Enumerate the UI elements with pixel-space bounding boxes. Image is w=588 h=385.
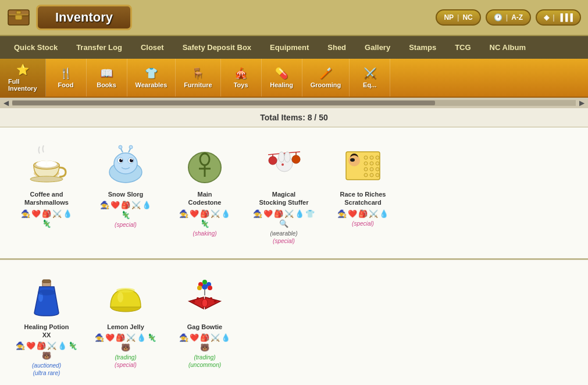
chest-icon [7,5,30,30]
svg-point-9 [47,161,54,166]
nav-stamps[interactable]: Stamps [400,36,446,59]
svg-point-51 [364,173,368,177]
water-icon: 💧 [295,209,304,218]
nav-transfer-log[interactable]: Transfer Log [67,36,131,59]
tab-full-inventory[interactable]: ⭐ FullInventory [0,59,46,97]
item-section-2: Healing PotionXX 🧙 ❤️ 🎒 ⚔️ 💧 🦎 🐻 (auctio… [0,260,588,385]
water-icon: 💧 [221,209,230,218]
item-image-stocking [261,141,307,188]
lizard-icon: 🦎 [68,341,77,350]
svg-point-60 [116,288,135,293]
bag-icon: 🎒 [37,341,46,350]
item-status-jelly: (special) [115,362,137,368]
scroll-track[interactable] [12,100,576,106]
svg-rect-4 [9,14,28,16]
grooming-icon: 🪥 [319,67,332,80]
item-name-potion: Healing PotionXX [24,323,69,340]
scroll-thumb [12,101,435,105]
item-healing-potion[interactable]: Healing PotionXX 🧙 ❤️ 🎒 ⚔️ 💧 🦎 🐻 (auctio… [9,269,84,382]
heart-icon: ❤️ [111,201,120,209]
wizard-icon: 🧙 [179,333,188,342]
tab-books[interactable]: 📖 Books [87,59,127,97]
item-image-coffee [23,141,70,188]
history-az-button[interactable]: 🕐 | A-Z [486,9,531,26]
item-name-slorg: Snow Slorg [108,190,144,198]
svg-point-46 [370,162,373,165]
item-image-scratchcard [340,141,386,188]
bag-icon: 🎒 [42,209,51,218]
svg-point-16 [130,159,133,162]
nav-closet[interactable]: Closet [131,36,173,59]
bag-icon: 🎒 [200,209,209,218]
history-icon: 🕐 [494,13,503,22]
wizard-icon: 🧙 [21,209,30,218]
nav-quick-stock[interactable]: Quick Stock [5,36,67,59]
tab-toys[interactable]: 🎪 Toys [221,59,262,97]
item-snow-slorg[interactable]: Snow Slorg 🧙 ❤️ 🎒 ⚔️ 💧 🦎 (special) [88,137,163,249]
tab-wearables[interactable]: 👕 Wearables [127,59,176,97]
svg-point-59 [117,292,123,302]
tab-equipment[interactable]: ⚔️ Eq... [350,59,390,97]
scroll-left[interactable]: ◀ [0,98,12,108]
nav-nc-album[interactable]: NC Album [480,36,535,59]
item-auctioned-potion: (auctioned) [32,362,61,369]
svg-point-20 [119,145,122,149]
item-image-slorg [102,141,149,188]
item-action-icons2-bowtie: 🐻 [200,343,209,352]
svg-point-49 [370,167,373,171]
item-status-potion: (ultra rare) [33,370,60,376]
heart-icon: ❤️ [26,341,35,350]
tab-furniture[interactable]: 🪑 Furniture [176,59,220,97]
item-main-codestone[interactable]: MainCodestone 🧙 ❤️ 🎒 ⚔️ 💧 🦎 (shaking) [168,137,242,249]
furniture-icon: 🪑 [191,67,204,80]
bag-icon: 🎒 [121,201,130,209]
nav-bar: Quick Stock Transfer Log Closet Safety D… [0,36,588,59]
item-coffee-marshmallows[interactable]: Coffee and Marshmallows 🧙 ❤️ 🎒 ⚔️ 💧 🦎 [9,137,84,249]
tab-food[interactable]: 🍴 Food [46,59,87,97]
layers-button[interactable]: ◈ | ▐▐▐ [536,9,581,26]
item-race-riches[interactable]: Race to RichesScratchcard 🧙 ❤️ 🎒 ⚔️ 💧 (s… [326,137,400,249]
food-icon: 🍴 [59,67,72,80]
layers-icon: ◈ [544,13,549,22]
item-status-bowtie: (uncommon) [188,362,221,368]
svg-point-48 [364,167,368,171]
item-gag-bowtie[interactable]: Gag Bowtie 🧙 ❤️ 🎒 ⚔️ 💧 🐻 (trading) (unco… [168,269,242,382]
tab-healing[interactable]: 💊 Healing [262,59,302,97]
item-action-icons-stocking: 🧙 ❤️ 🎒 ⚔️ 💧 👕 [253,209,315,218]
item-grid-1: Coffee and Marshmallows 🧙 ❤️ 🎒 ⚔️ 💧 🦎 [9,137,579,249]
item-action-icons-jelly: 🧙 ❤️ 🎒 ⚔️ 💧 🦎 [95,333,156,342]
item-image-bowtie [181,274,228,320]
svg-rect-57 [42,280,51,283]
sword-icon: ⚔️ [47,341,56,350]
item-action-icons2-jelly: 🐻 [121,343,130,352]
nav-shed[interactable]: Shed [318,36,355,59]
item-image-potion [23,274,70,320]
svg-point-45 [364,162,368,165]
wizard-icon: 🧙 [337,209,347,218]
sword-icon: ⚔️ [211,209,220,218]
bag-icon: 🎒 [358,209,368,218]
svg-point-33 [292,155,300,163]
wearable-icon: 👕 [305,209,315,218]
item-action-icons2-codestone: 🦎 [200,219,209,228]
sword-icon: ⚔️ [52,209,62,218]
item-name-coffee: Coffee and Marshmallows [24,190,69,207]
sword-icon: ⚔️ [131,201,141,209]
nav-equipment[interactable]: Equipment [261,36,318,59]
bag-icon: 🎒 [274,209,283,218]
item-action-icons-slorg: 🧙 ❤️ 🎒 ⚔️ 💧 [100,201,151,209]
item-lemon-jelly[interactable]: Lemon Jelly 🧙 ❤️ 🎒 ⚔️ 💧 🦎 🐻 (trading) (s… [88,269,163,382]
sword-icon: ⚔️ [284,209,294,218]
lizard-icon: 🦎 [42,219,51,228]
nav-tcg[interactable]: TCG [446,36,480,59]
nav-gallery[interactable]: Gallery [355,36,400,59]
bag-icon: 🎒 [116,333,125,342]
scroll-right[interactable]: ▶ [576,98,588,108]
nav-safety-deposit[interactable]: Safety Deposit Box [173,36,261,59]
svg-point-70 [197,297,199,300]
tab-grooming[interactable]: 🪥 Grooming [302,59,350,97]
title-area: Inventory [7,5,132,30]
item-wearable-stocking: (wearable) [270,230,297,237]
item-magical-stocking[interactable]: MagicalStocking Stuffer 🧙 ❤️ 🎒 ⚔️ 💧 👕 🔍 … [247,137,321,249]
np-nc-button[interactable]: NP | NC [436,9,480,26]
